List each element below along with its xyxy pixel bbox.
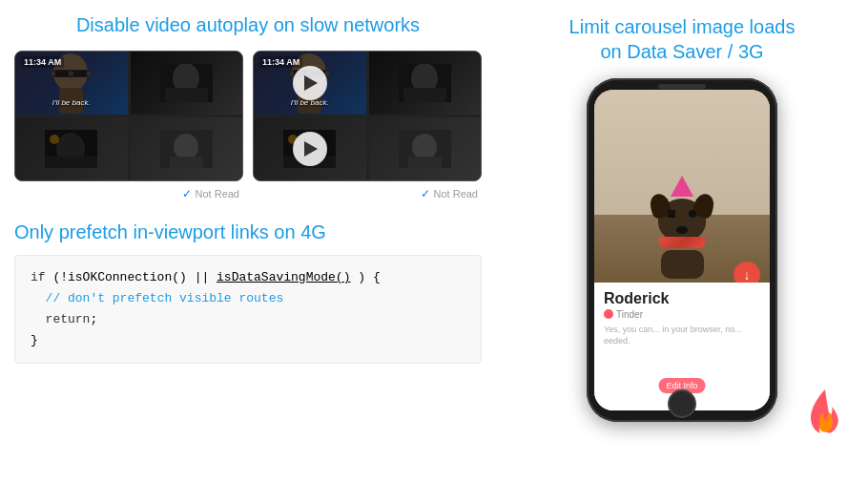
video-cell-br-l (131, 117, 243, 180)
phone-screen: ↓ Roderick Tinder Yes, you can... in you… (594, 90, 770, 410)
app-photo: ↓ (594, 90, 770, 298)
video-label-left: ✓ Not Read (14, 181, 243, 202)
play-triangle-bl (304, 141, 318, 157)
timestamp-tl: 11:34 AM (21, 56, 64, 68)
svg-rect-6 (87, 72, 91, 75)
play-triangle (304, 75, 318, 91)
svg-rect-35 (408, 157, 442, 168)
svg-rect-13 (45, 157, 97, 168)
svg-rect-28 (403, 88, 446, 102)
svg-rect-10 (165, 88, 208, 102)
svg-rect-4 (69, 72, 73, 75)
phone-mockup: ↓ Roderick Tinder Yes, you can... in you… (587, 78, 777, 422)
video-cell-bl (15, 117, 128, 180)
play-btn-top-right[interactable] (293, 66, 327, 100)
check-icon-right: ✓ (421, 187, 430, 200)
svg-rect-24 (325, 72, 329, 75)
party-hat (671, 176, 693, 197)
code-line-4: } (31, 330, 465, 351)
svg-rect-3 (72, 71, 87, 76)
video-cell-r-bl (254, 117, 366, 180)
dog-eye-right (689, 210, 696, 218)
video-grid-left: 11:34 AM I'll be back. (14, 51, 243, 202)
video-grid-container: 11:34 AM I'll be back. (0, 51, 496, 202)
download-arrow: ↓ (744, 267, 751, 283)
profile-source: Tinder (604, 309, 760, 320)
right-title-line2: on Data Saver / 3G (600, 41, 763, 62)
left-panel: Disable video autoplay on slow networks (0, 0, 496, 483)
video-grid-inner-right: 11:34 AM I'll be back. (253, 51, 482, 181)
code-section: Only prefetch in-viewport links on 4G if… (0, 221, 496, 364)
svg-rect-5 (52, 72, 55, 75)
code-block: if (!isOKConnection() || isDataSavingMod… (14, 255, 482, 364)
profile-source-text: Tinder (616, 309, 643, 320)
code-line-3: return; (31, 309, 465, 330)
play-btn-bottom-left[interactable] (293, 132, 327, 166)
dog-figure (658, 176, 706, 279)
code-paren-close: ) { (358, 270, 380, 284)
video-cell-tl: 11:34 AM I'll be back. (15, 52, 128, 115)
subtitle-tl: I'll be back. (52, 98, 91, 107)
video-label-right: ✓ Not Read (253, 181, 482, 202)
svg-point-16 (174, 134, 198, 160)
subtitle-r: I'll be back. (291, 98, 329, 107)
timestamp-r: 11:34 AM (259, 56, 302, 68)
top-section-title: Disable video autoplay on slow networks (0, 0, 496, 46)
right-title-line1: Limit carousel image loads (569, 16, 796, 37)
phone-home-button[interactable] (668, 389, 696, 418)
right-panel: Limit carousel image loads on Data Saver… (496, 0, 868, 483)
tinder-icon (604, 309, 613, 319)
code-underline-fn: isDataSavingMode() (217, 270, 350, 284)
video-cell-tr (131, 52, 243, 115)
video-grid-right: 11:34 AM I'll be back. (253, 51, 482, 202)
dog-head (658, 199, 706, 242)
svg-point-14 (50, 135, 59, 144)
code-paren: (!isOKConnection() || (52, 270, 217, 284)
code-keyword-if: if (31, 270, 52, 284)
video-cell-r-tl: 11:34 AM I'll be back. (254, 52, 366, 115)
video-grid-inner-left: 11:34 AM I'll be back. (14, 51, 243, 181)
profile-name: Roderick (604, 290, 760, 307)
dog-bandana (659, 237, 705, 248)
video-cell-r-tr (369, 52, 482, 115)
dog-nose (676, 226, 688, 234)
code-section-title: Only prefetch in-viewport links on 4G (14, 221, 482, 243)
phone-container: ↓ Roderick Tinder Yes, you can... in you… (496, 78, 868, 422)
svg-point-34 (412, 134, 437, 160)
svg-rect-17 (170, 157, 203, 168)
code-line-2: // don't prefetch visible routes (31, 288, 465, 309)
code-line-1: if (!isOKConnection() || isDataSavingMod… (31, 267, 465, 288)
not-read-label-right: Not Read (434, 188, 478, 200)
right-panel-title: Limit carousel image loads on Data Saver… (496, 0, 868, 74)
phone-speaker (658, 84, 706, 89)
dog-eye-left (668, 210, 675, 218)
profile-text: Yes, you can... in your browser, no... e… (604, 324, 760, 347)
not-read-label-left: Not Read (196, 188, 239, 200)
video-cell-r-br (369, 117, 482, 180)
tinder-flame-logo (801, 389, 849, 454)
svg-rect-2 (54, 71, 70, 76)
dog-torso (661, 250, 704, 279)
check-icon-left: ✓ (182, 187, 192, 200)
